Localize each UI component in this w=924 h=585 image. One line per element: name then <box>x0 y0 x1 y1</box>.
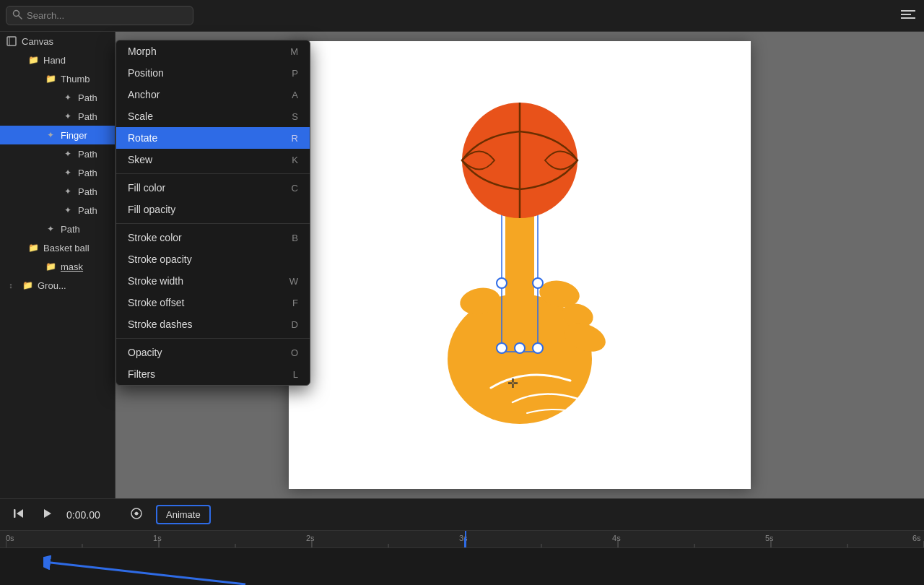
tree-item-path3[interactable]: ✦ Path <box>0 144 115 163</box>
menu-item-fill-color[interactable]: Fill color C <box>116 177 310 199</box>
path6-label: Path <box>78 205 97 216</box>
menu-shortcut-stroke-width: W <box>289 276 298 287</box>
star-icon-path2: ✦ <box>62 110 74 122</box>
menu-item-anchor[interactable]: Anchor A <box>116 84 310 105</box>
menu-label-morph: Morph <box>128 46 157 57</box>
tree-item-path4[interactable]: ✦ Path <box>0 163 115 182</box>
top-bar: Search... <box>0 0 924 32</box>
canvas-white: ✛ <box>289 41 751 489</box>
folder-icon-mask: 📁 <box>45 261 56 272</box>
svg-rect-5 <box>7 37 16 46</box>
menu-divider-3 <box>116 338 310 339</box>
menu-divider-1 <box>116 173 310 174</box>
menu-label-stroke-width: Stroke width <box>128 275 183 287</box>
path2-label: Path <box>78 111 97 122</box>
basketball-label: Basket ball <box>43 243 90 254</box>
menu-label-filters: Filters <box>128 368 155 380</box>
tree-item-basketball[interactable]: 📁 Basket ball <box>0 238 115 257</box>
menu-item-morph[interactable]: Morph M <box>116 40 310 62</box>
thumb-label: Thumb <box>61 74 90 84</box>
menu-divider-2 <box>116 223 310 224</box>
tree-item-path5[interactable]: ✦ Path <box>0 182 115 201</box>
svg-rect-8 <box>505 200 534 344</box>
path5-label: Path <box>78 186 97 197</box>
scene-icon-button[interactable] <box>126 504 147 526</box>
folder-icon-hand: 📁 <box>27 54 39 66</box>
star-icon-path1: ✦ <box>62 92 74 103</box>
menu-shortcut-stroke-color: B <box>292 233 298 243</box>
menu-label-stroke-dashes: Stroke dashes <box>128 318 193 330</box>
menu-item-scale[interactable]: Scale S <box>116 105 310 127</box>
folder-icon-basketball: 📁 <box>27 242 39 254</box>
tree-item-group[interactable]: ↕ 📁 Grou... <box>0 276 115 295</box>
menu-shortcut-fill-color: C <box>292 183 298 194</box>
star-icon-path6: ✦ <box>62 204 74 216</box>
playhead[interactable] <box>465 531 466 547</box>
svg-marker-26 <box>17 509 23 518</box>
star-icon-path7: ✦ <box>45 223 56 235</box>
mask-label: mask <box>61 261 83 272</box>
menu-label-opacity: Opacity <box>128 347 162 358</box>
menu-item-stroke-color[interactable]: Stroke color B <box>116 227 310 248</box>
svg-marker-27 <box>44 509 51 518</box>
menu-item-filters[interactable]: Filters L <box>116 363 310 385</box>
tree-item-finger[interactable]: ✦ Finger <box>0 126 115 144</box>
timeline-ruler: 0s 1s 2s 3s 4s 5s 6s <box>0 531 924 585</box>
path3-label: Path <box>78 149 97 160</box>
menu-shortcut-morph: M <box>290 46 298 57</box>
svg-point-17 <box>497 278 507 288</box>
menu-shortcut-stroke-dashes: D <box>292 319 298 330</box>
star-icon-path5: ✦ <box>62 186 74 197</box>
star-icon-path4: ✦ <box>62 167 74 178</box>
search-placeholder: Search... <box>27 10 64 21</box>
menu-shortcut-rotate: R <box>292 133 298 144</box>
animate-button[interactable]: Animate <box>156 505 211 524</box>
skip-back-button[interactable] <box>9 505 29 525</box>
menu-label-position: Position <box>128 67 164 79</box>
illustration-svg: ✛ <box>368 77 671 453</box>
svg-line-1 <box>19 16 22 20</box>
menu-item-stroke-offset[interactable]: Stroke offset F <box>116 292 310 313</box>
tree-item-path2[interactable]: ✦ Path <box>0 107 115 126</box>
menu-label-fill-color: Fill color <box>128 182 165 194</box>
menu-item-skew[interactable]: Skew K <box>116 149 310 170</box>
menu-item-rotate[interactable]: Rotate R <box>116 127 310 149</box>
menu-shortcut-position: P <box>292 68 298 79</box>
menu-item-stroke-dashes[interactable]: Stroke dashes D <box>116 313 310 335</box>
menu-item-stroke-width[interactable]: Stroke width W <box>116 270 310 292</box>
folder-icon-group: 📁 <box>22 280 33 291</box>
svg-rect-25 <box>14 509 16 518</box>
menu-item-position[interactable]: Position P <box>116 62 310 84</box>
menu-label-skew: Skew <box>128 154 152 165</box>
context-menu: Morph M Position P Anchor A Scale S Rota… <box>116 40 310 386</box>
menu-item-opacity[interactable]: Opacity O <box>116 342 310 363</box>
menu-label-scale: Scale <box>128 110 153 122</box>
timeline-tracks <box>0 548 924 585</box>
menu-icon-button[interactable] <box>898 5 918 26</box>
time-display: 0:00.00 <box>66 509 117 521</box>
svg-point-19 <box>497 343 507 353</box>
tree-item-path6[interactable]: ✦ Path <box>0 201 115 220</box>
menu-shortcut-stroke-offset: F <box>292 298 298 308</box>
path4-label: Path <box>78 168 97 178</box>
svg-text:✛: ✛ <box>507 376 518 391</box>
menu-item-fill-opacity[interactable]: Fill opacity <box>116 199 310 220</box>
ruler-bar[interactable]: 0s 1s 2s 3s 4s 5s 6s <box>0 531 924 548</box>
main-area: Canvas 📁 Hand 📁 Thumb ✦ Path ✦ Path <box>0 32 924 498</box>
timeline-controls: 0:00.00 Animate <box>0 499 924 531</box>
svg-point-18 <box>533 278 543 288</box>
tree-item-path1[interactable]: ✦ Path <box>0 88 115 107</box>
star-icon-path3: ✦ <box>62 148 74 160</box>
play-button[interactable] <box>38 505 58 525</box>
tree-item-mask[interactable]: 📁 mask <box>0 257 115 276</box>
canvas-icon <box>6 35 17 47</box>
search-box[interactable]: Search... <box>6 6 193 25</box>
animate-label: Animate <box>166 509 201 520</box>
tree-item-thumb[interactable]: 📁 Thumb <box>0 69 115 88</box>
tree-item-canvas[interactable]: Canvas <box>0 32 115 51</box>
menu-item-stroke-opacity[interactable]: Stroke opacity <box>116 248 310 270</box>
tree-item-hand[interactable]: 📁 Hand <box>0 51 115 69</box>
menu-shortcut-scale: S <box>292 111 298 122</box>
tree-item-path7[interactable]: ✦ Path <box>0 220 115 238</box>
menu-label-anchor: Anchor <box>128 89 160 100</box>
